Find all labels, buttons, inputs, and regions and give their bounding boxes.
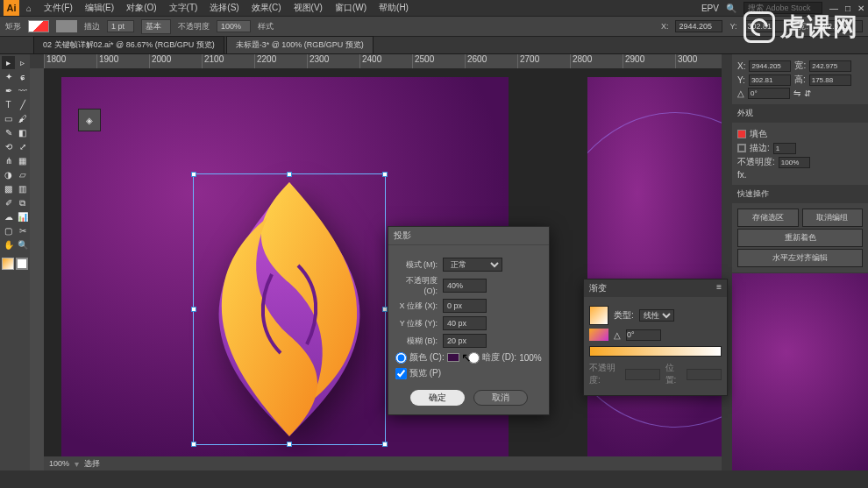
brush-tool[interactable]: 🖌 (16, 112, 29, 125)
magic-wand-tool[interactable]: ✦ (2, 70, 15, 83)
color-swatch[interactable] (447, 353, 459, 362)
btn-ungroup[interactable]: 取消编组 (802, 209, 864, 227)
brush-style[interactable]: 基本 (141, 19, 171, 34)
th[interactable] (809, 74, 851, 86)
workspace-switcher[interactable]: EPV (701, 4, 719, 13)
tw[interactable] (809, 60, 851, 72)
ap-opacity[interactable] (779, 157, 810, 168)
symbol-tool[interactable]: ☁ (2, 210, 15, 223)
tangle[interactable] (748, 88, 790, 99)
x-field[interactable] (675, 20, 722, 32)
fill-swatch[interactable] (28, 20, 49, 32)
canvas[interactable] (44, 68, 722, 456)
stop-location[interactable] (687, 369, 722, 380)
tab-doc1[interactable]: 02 关键帧详解02.ai* @ 86.67% (RGB/GPU 预览) (33, 36, 224, 53)
zoom-level[interactable]: 100% (44, 459, 75, 468)
hand-tool[interactable]: ✋ (2, 238, 15, 251)
stroke-swatch[interactable] (56, 20, 77, 32)
shape-builder-tool[interactable]: ◑ (2, 168, 15, 181)
handle-tm[interactable] (287, 172, 292, 177)
panel-menu-icon[interactable]: ≡ (716, 282, 722, 294)
stroke-w[interactable] (773, 143, 796, 154)
direct-selection-tool[interactable]: ▹ (16, 56, 29, 69)
home-icon[interactable]: ⌂ (21, 0, 37, 16)
gradient-type[interactable]: 线性 (639, 309, 674, 322)
flip-h-icon[interactable]: ⇋ (793, 88, 800, 98)
ok-button[interactable]: 确定 (410, 390, 465, 406)
eraser-tool[interactable]: ◧ (16, 126, 29, 139)
shaper-tool[interactable]: ✎ (2, 126, 15, 139)
menu-view[interactable]: 视图(V) (288, 0, 328, 16)
flip-v-icon[interactable]: ⇵ (804, 88, 811, 98)
stroke-chip[interactable] (737, 144, 746, 152)
opacity-value[interactable]: 100% (217, 20, 251, 32)
fill-chip[interactable] (737, 130, 746, 138)
menu-file[interactable]: 文件(F) (39, 0, 78, 16)
navigator-preview[interactable] (732, 273, 868, 470)
gradient-angle[interactable] (626, 329, 661, 341)
blur-field[interactable] (443, 334, 487, 348)
perspective-tool[interactable]: ▱ (16, 168, 29, 181)
stroke-grad-icon[interactable] (589, 329, 608, 341)
zoom-tool[interactable]: 🔍 (16, 238, 29, 251)
selection-bounds[interactable] (193, 173, 386, 445)
free-transform-tool[interactable]: ▦ (16, 154, 29, 167)
gradient-tool[interactable]: ▥ (16, 182, 29, 195)
eyedropper-tool[interactable]: ✐ (2, 196, 15, 209)
yoff-field[interactable] (443, 316, 487, 330)
handle-bm[interactable] (287, 442, 292, 447)
xoff-field[interactable] (443, 299, 487, 313)
menu-edit[interactable]: 编辑(E) (80, 0, 119, 16)
stroke-color[interactable] (16, 258, 28, 270)
dopacity-field[interactable] (443, 279, 487, 293)
btn-save-sel[interactable]: 存储选区 (737, 209, 799, 227)
lasso-tool[interactable]: ɕ (16, 70, 29, 83)
artboard-tool[interactable]: ▢ (2, 224, 15, 237)
handle-ml[interactable] (191, 307, 196, 312)
graph-tool[interactable]: 📊 (16, 210, 29, 223)
rotate-tool[interactable]: ⟲ (2, 140, 15, 153)
menu-window[interactable]: 窗口(W) (330, 0, 372, 16)
fx-label[interactable]: fx. (737, 170, 747, 180)
menu-object[interactable]: 对象(O) (121, 0, 161, 16)
tx[interactable] (749, 60, 791, 72)
stroke-weight[interactable]: 1 pt (107, 20, 134, 32)
curvature-tool[interactable]: 〰 (16, 84, 29, 97)
panel-dock[interactable] (722, 54, 732, 470)
selection-tool[interactable]: ▸ (2, 56, 15, 69)
appearance-tab[interactable]: 外观 (732, 105, 868, 122)
gradient-tab[interactable]: 渐变 (589, 282, 607, 294)
mode-select[interactable]: 正常 (443, 258, 502, 272)
width-tool[interactable]: ⋔ (2, 154, 15, 167)
pen-tool[interactable]: ✒ (2, 84, 15, 97)
color-radio[interactable]: 颜色 (C): (395, 351, 459, 364)
menu-effect[interactable]: 效果(C) (246, 0, 287, 16)
btn-recolor[interactable]: 重新着色 (737, 229, 863, 247)
search-icon[interactable]: 🔍 (726, 4, 736, 13)
ty[interactable] (749, 74, 791, 86)
handle-tl[interactable] (191, 172, 196, 177)
rectangle-tool[interactable]: ▭ (2, 112, 15, 125)
menu-help[interactable]: 帮助(H) (374, 0, 414, 16)
cancel-button[interactable]: 取消 (473, 390, 528, 406)
3d-widget-icon[interactable]: ◈ (78, 109, 101, 131)
preview-checkbox[interactable]: 预览 (P) (395, 367, 441, 379)
btn-align[interactable]: 水平左对齐编辑 (737, 249, 863, 267)
scale-tool[interactable]: ⤢ (16, 140, 29, 153)
slice-tool[interactable]: ✂ (16, 224, 29, 237)
mesh-tool[interactable]: ▩ (2, 182, 15, 195)
quick-actions-tab[interactable]: 快速操作 (732, 186, 868, 202)
fill-color[interactable] (2, 258, 14, 270)
gradient-preview[interactable] (589, 306, 608, 325)
gradient-ramp[interactable] (589, 346, 722, 357)
line-tool[interactable]: ╱ (16, 98, 29, 111)
blend-tool[interactable]: ⧉ (16, 196, 29, 209)
darkness-radio[interactable]: 暗度 (D):100% (468, 351, 542, 364)
handle-br[interactable] (382, 442, 388, 447)
handle-tr[interactable] (382, 172, 388, 177)
menu-select[interactable]: 选择(S) (204, 0, 244, 16)
menu-type[interactable]: 文字(T) (164, 0, 203, 16)
type-tool[interactable]: T (2, 98, 15, 111)
handle-bl[interactable] (191, 442, 196, 447)
tab-doc2[interactable]: 未标题-3* @ 100% (RGB/GPU 预览) (226, 36, 374, 53)
